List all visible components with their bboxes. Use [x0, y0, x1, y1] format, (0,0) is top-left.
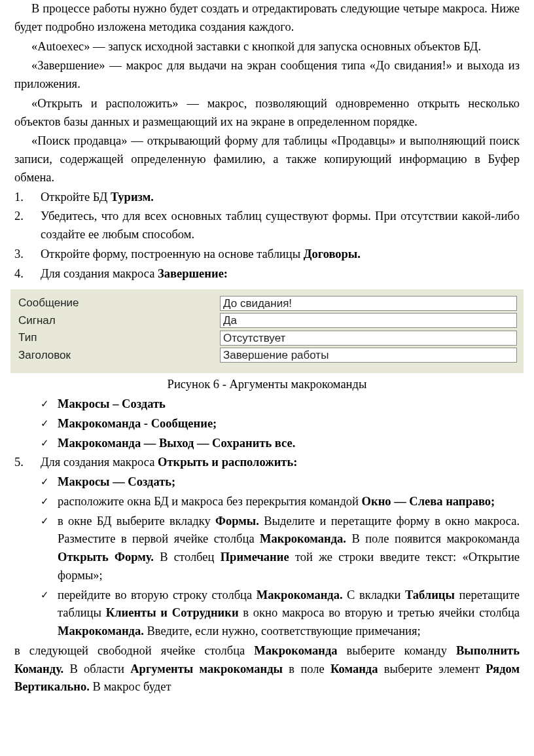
bold-text: Открыть и расположить:: [158, 456, 297, 469]
bold-text: Договоры.: [304, 247, 361, 261]
list-number: 3.: [14, 245, 41, 264]
bold-text: Аргументы макрокоманды: [130, 662, 283, 675]
checklist-b: ✓ Макросы — Создать; ✓ расположите окна …: [14, 473, 520, 641]
field-value[interactable]: До свидания!: [220, 296, 517, 311]
field-value[interactable]: Отсутствует: [220, 331, 517, 346]
check-icon: ✓: [41, 395, 58, 414]
list-number: 1.: [14, 189, 41, 207]
list-item: ✓ Макросы – Создать: [41, 395, 520, 414]
numbered-list-cont: 5. Для создания макроса Открыть и распол…: [14, 454, 520, 472]
bold-text: Примечание: [221, 550, 289, 564]
bold-text: Команда: [330, 662, 378, 675]
list-body: Макрокоманда - Сообщение;: [58, 415, 520, 433]
field-label: Тип: [17, 329, 220, 346]
table-row: Тип Отсутствует: [17, 329, 517, 346]
list-number: 2.: [14, 207, 41, 244]
list-body: Откройте БД Туризм.: [41, 189, 520, 207]
text: В области: [63, 662, 130, 675]
field-label: Заголовок: [17, 347, 220, 364]
check-icon: ✓: [41, 435, 58, 453]
text: Для создания макроса: [41, 456, 158, 469]
list-item: ✓ в окне БД выберите вкладку Формы. Выде…: [41, 513, 520, 585]
text: В столбец: [154, 550, 221, 564]
bold-text: Открыть Форму.: [58, 550, 154, 564]
list-body: Для создания макроса Завершение:: [41, 265, 520, 283]
list-body: в окне БД выберите вкладку Формы. Выдели…: [58, 513, 520, 585]
text: в окне БД выберите вкладку: [58, 514, 215, 528]
bold-text: Макросы — Создать;: [58, 475, 175, 488]
numbered-list: 1. Откройте БД Туризм. 2. Убедитесь, что…: [14, 189, 520, 283]
text: перейдите во вторую строку столбца: [58, 588, 257, 602]
field-value[interactable]: Да: [220, 313, 517, 328]
bold-text: Макрокоманда.: [260, 532, 346, 545]
bold-text: Клиенты и Сотрудники: [106, 606, 239, 619]
check-icon: ✓: [41, 493, 58, 511]
text: выберите команду: [338, 644, 456, 657]
paragraph-zavershenie: «Завершение» — макрос для выдачи на экра…: [14, 57, 520, 94]
list-body: Макрокоманда — Выход — Сохранить все.: [58, 435, 520, 453]
text: выберите элемент: [378, 662, 486, 675]
list-item: 5. Для создания макроса Открыть и распол…: [14, 454, 520, 472]
text: в поле: [283, 662, 330, 675]
text: В поле появится макрокоманда: [346, 532, 520, 545]
bold-text: Макрокоманда: [254, 644, 337, 657]
list-body: Макросы – Создать: [58, 395, 520, 414]
text: Введите, если нужно, соответствующие при…: [144, 624, 421, 638]
text: в окно макроса во вторую и третью ячейки…: [239, 606, 520, 619]
text: Откройте БД: [41, 190, 111, 204]
bold-text: Окно — Слева направо;: [362, 495, 495, 508]
text: С вкладки: [343, 588, 405, 602]
bold-text: Макрокоманда - Сообщение;: [58, 417, 217, 430]
bold-text: Макрокоманда.: [257, 588, 343, 602]
list-body: Для создания макроса Открыть и расположи…: [41, 454, 520, 472]
list-item: 1. Откройте БД Туризм.: [14, 189, 520, 207]
bold-text: Макрокоманда — Выход — Сохранить все.: [58, 437, 295, 450]
field-value[interactable]: Завершение работы: [220, 348, 517, 363]
table-row: Сообщение До свидания!: [17, 295, 517, 312]
list-item: ✓ Макрокоманда - Сообщение;: [41, 415, 520, 433]
paragraph-open-arrange: «Открыть и расположить» — макрос, позвол…: [14, 95, 520, 132]
field-label: Сообщение: [17, 295, 220, 312]
table-row: Сигнал Да: [17, 312, 517, 329]
text: Для создания макроса: [41, 267, 158, 280]
list-item: 3. Откройте форму, построенную на основе…: [14, 245, 520, 264]
figure-caption: Рисунок 6 - Аргументы макрокоманды: [14, 376, 520, 394]
check-icon: ✓: [41, 415, 58, 433]
list-number: 5.: [14, 454, 41, 472]
paragraph-intro: В процессе работы нужно будет создать и …: [14, 0, 520, 37]
text: В макрос будет: [90, 680, 171, 693]
check-icon: ✓: [41, 586, 58, 641]
list-item: 4. Для создания макроса Завершение:: [14, 265, 520, 283]
list-body: Откройте форму, построенную на основе та…: [41, 245, 520, 264]
bold-text: Завершение:: [158, 267, 228, 280]
text: в следующей свободной ячейке столбца: [14, 644, 254, 657]
table-row: Заголовок Завершение работы: [17, 347, 517, 364]
list-body: перейдите во вторую строку столбца Макро…: [58, 586, 520, 641]
field-label: Сигнал: [17, 312, 220, 329]
text: расположите окна БД и макроса без перекр…: [58, 495, 362, 508]
list-body: Убедитесь, что для всех основных таблиц …: [41, 207, 520, 244]
list-body: Макросы — Создать;: [58, 473, 520, 492]
list-item: ✓ расположите окна БД и макроса без пере…: [41, 493, 520, 511]
list-item: ✓ перейдите во вторую строку столбца Мак…: [41, 586, 520, 641]
list-body: расположите окна БД и макроса без перекр…: [58, 493, 520, 511]
list-item: 2. Убедитесь, что для всех основных табл…: [14, 207, 520, 244]
bold-text: Макрокоманда.: [58, 624, 144, 638]
list-number: 4.: [14, 265, 41, 283]
list-item: ✓ Макросы — Создать;: [41, 473, 520, 492]
text: Откройте форму, построенную на основе та…: [41, 247, 304, 261]
bold-text: Туризм.: [111, 190, 154, 204]
check-icon: ✓: [41, 473, 58, 492]
bold-text: Таблицы: [405, 588, 455, 602]
bold-text: Формы.: [215, 514, 259, 528]
paragraph-search-seller: «Поиск продавца» — открывающий форму для…: [14, 132, 520, 187]
final-paragraph: в следующей свободной ячейке столбца Мак…: [14, 642, 520, 696]
macro-arguments-panel: Сообщение До свидания! Сигнал Да Тип Отс…: [10, 289, 524, 373]
paragraph-autoexec: «Autoexec» — запуск исходной заставки с …: [14, 38, 520, 56]
check-icon: ✓: [41, 513, 58, 585]
bold-text: Макросы – Создать: [58, 397, 166, 410]
checklist-a: ✓ Макросы – Создать ✓ Макрокоманда - Соо…: [14, 395, 520, 452]
list-item: ✓ Макрокоманда — Выход — Сохранить все.: [41, 435, 520, 453]
